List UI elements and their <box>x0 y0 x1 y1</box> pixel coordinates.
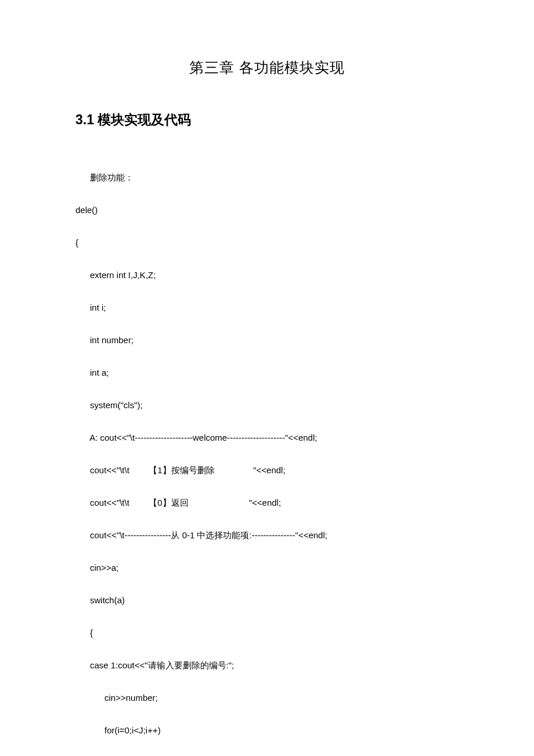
code-line: int i; <box>75 300 459 316</box>
code-line: cin>>number; <box>75 690 459 706</box>
code-line: switch(a) <box>75 592 459 609</box>
section-number: 3.1 <box>75 112 94 127</box>
code-line: cout<<"\t----------------从 0-1 中选择功能项:--… <box>75 527 459 543</box>
code-line: for(i=0;i<J;i++) <box>75 722 459 739</box>
code-line: int number; <box>75 332 459 348</box>
code-line: { <box>75 235 459 251</box>
code-line: cin>>a; <box>75 560 459 576</box>
code-line: int a; <box>75 365 459 381</box>
code-line: A: cout<<"\t--------------------welcome-… <box>75 430 459 446</box>
code-line: 删除功能： <box>75 170 459 186</box>
code-line: dele() <box>75 202 459 218</box>
code-line: extern int I,J,K,Z; <box>75 267 459 283</box>
chapter-title: 第三章 各功能模块实现 <box>75 58 459 77</box>
section-name: 模块实现及代码 <box>98 112 191 127</box>
code-line: case 1:cout<<"请输入要删除的编号:"; <box>75 657 459 674</box>
code-line: cout<<"\t\t 【0】返回 "<<endl; <box>75 495 459 511</box>
code-line: cout<<"\t\t 【1】按编号删除 "<<endl; <box>75 462 459 478</box>
code-line: { <box>75 625 459 641</box>
section-title: 3.1 模块实现及代码 <box>75 111 459 129</box>
code-block: 删除功能： dele() { extern int I,J,K,Z; int i… <box>75 153 459 756</box>
code-line: system("cls"); <box>75 397 459 413</box>
